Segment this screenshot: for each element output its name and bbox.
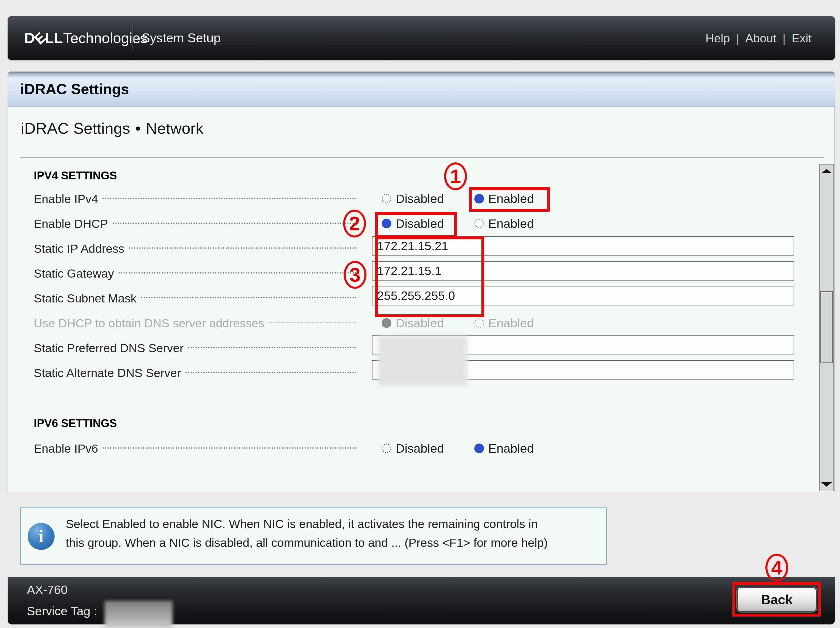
logo-technologies: Technologies [63,30,148,46]
row-static-ip: Static IP Address 172.21.15.21 [34,236,794,261]
breadcrumb: iDRAC Settings • Network [21,119,204,137]
radio-unselected-icon[interactable] [382,194,391,204]
panel-title: iDRAC Settings [20,80,129,98]
dell-technologies-logo: DELLTechnologies [24,16,148,60]
idrac-settings-panel: iDRAC Settings iDRAC Settings • Network … [8,71,835,492]
help-text-line-1: Select Enabled to enable NIC. When NIC i… [66,517,538,531]
row-enable-dhcp: Enable DHCP Disabled Enabled [34,211,794,236]
app-title: System Setup [142,16,221,60]
dotted-leader [141,297,357,298]
link-separator: | [736,31,739,45]
static-ip-label: Static IP Address [34,241,124,256]
row-static-subnet: Static Subnet Mask 255.255.255.0 [34,286,794,311]
dotted-leader [113,222,357,224]
preferred-dns-label: Static Preferred DNS Server [34,341,183,355]
scroll-down-icon[interactable] [821,482,832,487]
logo-letters-ll: LL [45,30,63,46]
top-bar-divider [133,25,133,51]
title-divider [20,157,824,158]
enable-dhcp-disabled-option[interactable]: Disabled [382,216,444,230]
enable-ipv6-options: Disabled Enabled [372,436,794,461]
exit-link[interactable]: Exit [792,31,812,45]
enable-dhcp-enabled-option[interactable]: Enabled [474,216,534,230]
dns-from-dhcp-options: Disabled Enabled [372,311,794,335]
dotted-leader [118,272,357,273]
vertical-scrollbar[interactable] [819,164,834,491]
dns-values-redaction-blur [378,336,467,386]
radio-unselected-disabled-icon [474,318,484,328]
radio-selected-icon[interactable] [474,194,484,204]
breadcrumb-root: iDRAC Settings [21,119,130,137]
enable-ipv4-options: Disabled Enabled [372,186,794,211]
enable-ipv6-enabled-option[interactable]: Enabled [474,441,534,456]
breadcrumb-page: Network [146,119,203,137]
dns-from-dhcp-label: Use DHCP to obtain DNS server addresses [34,316,264,330]
static-ip-input[interactable]: 172.21.15.21 [372,236,794,256]
enable-ipv4-label: Enable IPv4 [34,192,98,206]
enable-dhcp-label: Enable DHCP [34,217,108,230]
alternate-dns-label: Static Alternate DNS Server [34,366,181,380]
dotted-leader [186,372,357,373]
dotted-leader [269,322,357,323]
row-static-gateway: Static Gateway 172.21.15.1 [34,261,794,286]
enable-ipv6-disabled-option[interactable]: Disabled [382,441,444,456]
dotted-leader [103,447,357,449]
help-link[interactable]: Help [706,31,730,45]
static-gateway-label: Static Gateway [34,267,114,280]
panel-title-bar: iDRAC Settings [8,71,835,107]
static-subnet-label: Static Subnet Mask [34,291,137,305]
static-gateway-input[interactable]: 172.21.15.1 [372,261,794,281]
dns-from-dhcp-enabled-option: Enabled [474,316,534,330]
dotted-leader [188,347,357,348]
scroll-up-icon[interactable] [821,169,832,173]
help-text-line-2: this group. When a NIC is disabled, all … [66,536,548,550]
service-tag-redaction-blur [104,601,172,628]
enable-ipv4-disabled-option[interactable]: Disabled [382,192,444,206]
radio-selected-disabled-icon [382,318,391,328]
system-model: AX-760 [27,583,68,597]
dotted-leader [103,198,357,199]
breadcrumb-separator: • [135,119,141,137]
scrollbar-thumb[interactable] [820,291,833,363]
back-button[interactable]: Back [737,587,817,612]
radio-selected-icon[interactable] [382,219,391,228]
row-enable-ipv4: Enable IPv4 Disabled Enabled [34,186,794,211]
top-links: Help | About | Exit [706,16,812,60]
radio-unselected-icon[interactable] [382,443,391,453]
dotted-leader [129,248,357,249]
radio-selected-icon[interactable] [474,443,484,453]
info-icon: i [28,523,55,550]
help-info-box: i Select Enabled to enable NIC. When NIC… [20,508,607,565]
ipv6-section-header: IPV6 SETTINGS [34,410,794,436]
ipv4-section-header: IPV4 SETTINGS [34,165,794,186]
enable-ipv4-enabled-option[interactable]: Enabled [474,192,534,206]
top-bar: DELLTechnologies System Setup Help | Abo… [8,16,835,60]
dns-from-dhcp-disabled-option: Disabled [382,316,444,330]
row-enable-ipv6: Enable IPv6 Disabled Enabled [34,436,794,461]
section-spacer [34,385,794,410]
link-separator: | [782,31,785,45]
about-link[interactable]: About [745,31,777,45]
static-subnet-input[interactable]: 255.255.255.0 [372,286,794,306]
enable-dhcp-options: Disabled Enabled [372,211,794,236]
settings-scroll-area[interactable]: IPV4 SETTINGS Enable IPv4 Disabled Enabl… [8,158,834,492]
enable-ipv6-label: Enable IPv6 [34,442,98,456]
system-setup-screen: DELLTechnologies System Setup Help | Abo… [0,0,840,628]
service-tag-label: Service Tag : [27,604,97,618]
row-dns-from-dhcp: Use DHCP to obtain DNS server addresses … [34,311,794,335]
radio-unselected-icon[interactable] [474,219,484,228]
